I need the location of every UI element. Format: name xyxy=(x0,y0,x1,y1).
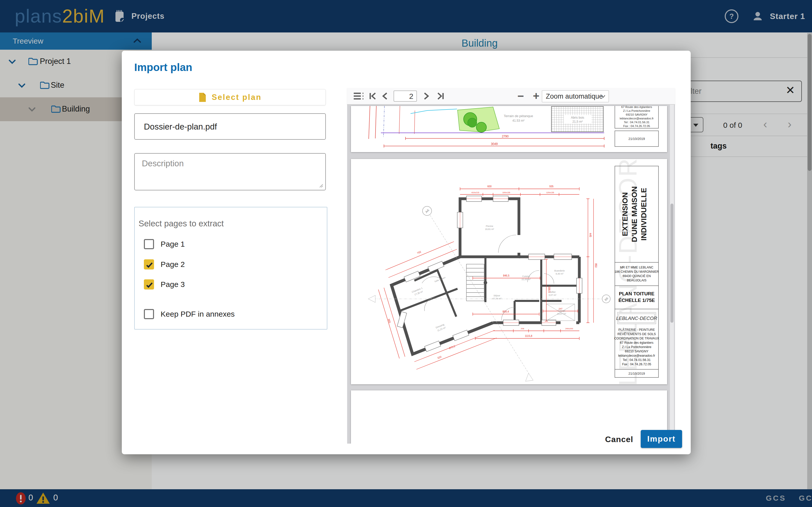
page2-title-block: LEBLANC-DECOR EXTENSION D'UNE MAISON IND… xyxy=(614,159,659,384)
svg-text:846,5: 846,5 xyxy=(503,274,509,277)
svg-text:69430 QUINCIÉ EN: 69430 QUINCIÉ EN xyxy=(622,274,651,278)
minus-icon: − xyxy=(517,90,524,102)
page-1-label: Page 1 xyxy=(161,239,185,249)
svg-text:BEAUJOLAIS: BEAUJOLAIS xyxy=(627,279,646,282)
last-page-button[interactable] xyxy=(436,88,445,104)
select-plan-button[interactable]: Select plan xyxy=(134,89,326,105)
import-plan-dialog: Import plan Select plan Select pages to … xyxy=(122,51,691,454)
pdf-viewer[interactable]: Terrain de pétanque 41.53 m² Abris bois … xyxy=(347,105,675,444)
floor-plan-drawing: 600 935 410x215 100x135 120x135 445 850 … xyxy=(351,159,667,384)
chevron-down-icon xyxy=(601,95,605,98)
svg-text:1115,8: 1115,8 xyxy=(525,335,532,337)
pages-panel-title: Select pages to extract xyxy=(139,219,224,228)
zoom-out-button[interactable]: − xyxy=(517,88,524,104)
dialog-title: Import plan xyxy=(134,61,192,73)
page-3-row: Page 3 xyxy=(122,279,315,289)
svg-text:206: 206 xyxy=(521,328,524,330)
import-label: Import xyxy=(647,434,676,444)
zoom-in-button[interactable]: + xyxy=(533,88,540,104)
svg-text:67 Route des églantiers: 67 Route des églantiers xyxy=(620,341,653,344)
plan-name-field[interactable] xyxy=(134,113,326,140)
description-field[interactable] xyxy=(134,153,326,190)
pdf-scrollbar-thumb[interactable] xyxy=(670,204,673,323)
svg-text:MR ET MME LEBLANC: MR ET MME LEBLANC xyxy=(620,266,653,269)
svg-text:PLAN TOITURE: PLAN TOITURE xyxy=(619,291,654,296)
page2-date: 21/10/2019 xyxy=(628,372,645,376)
svg-text:67 Route des églantiers: 67 Route des églantiers xyxy=(621,106,652,109)
svg-text:ÉCHELLE 1/75E: ÉCHELLE 1/75E xyxy=(618,298,655,303)
dimension-label: 3049 xyxy=(491,142,498,146)
pdf-scrollbar[interactable] xyxy=(670,105,674,444)
svg-text:Séjour: Séjour xyxy=(494,294,500,297)
svg-text:leblancdecor@wanadoo.fr: leblancdecor@wanadoo.fr xyxy=(618,354,655,357)
page-number-input[interactable] xyxy=(395,92,414,101)
page1-title-block: 67 Route des églantiers Z.I La Pontchonn… xyxy=(615,106,658,147)
plus-icon: + xyxy=(533,90,540,102)
keep-pdf-checkbox[interactable] xyxy=(144,309,154,319)
svg-text:Tel : 04.74.01.56.31: Tel : 04.74.01.56.31 xyxy=(623,358,651,362)
svg-text:Fax : 04.74.26.72.05: Fax : 04.74.26.72.05 xyxy=(622,362,651,366)
cancel-button[interactable]: Cancel xyxy=(603,432,636,446)
check-icon xyxy=(145,281,154,289)
svg-text:22,00 m²: 22,00 m² xyxy=(521,278,530,281)
page-3-checkbox[interactable] xyxy=(144,279,154,289)
zoom-mode-value: Zoom automatique xyxy=(546,93,603,100)
svg-text:320: 320 xyxy=(437,355,442,359)
svg-text:100x135: 100x135 xyxy=(502,191,510,194)
company-logo-text: LEBLANC-DECOR xyxy=(616,316,657,321)
svg-text:875,5: 875,5 xyxy=(449,345,456,350)
svg-text:Piscine: Piscine xyxy=(486,225,493,227)
pdf-page-2: 600 935 410x215 100x135 120x135 445 850 … xyxy=(351,159,667,384)
previous-page-button[interactable] xyxy=(382,88,388,104)
keep-pdf-label: Keep PDF in annexes xyxy=(161,309,235,319)
next-page-button[interactable] xyxy=(423,88,429,104)
resize-handle-icon[interactable] xyxy=(319,183,323,188)
toggle-sidebar-button[interactable] xyxy=(353,88,364,104)
svg-text:INDIVIDUELLE: INDIVIDUELLE xyxy=(640,188,648,240)
svg-text:19,81 m²: 19,81 m² xyxy=(485,228,494,230)
page-number-field[interactable] xyxy=(394,91,417,102)
svg-text:445: 445 xyxy=(589,233,592,237)
svg-text:REVÊTEMENTS DE SOLS: REVÊTEMENTS DE SOLS xyxy=(617,332,656,336)
page-2-label: Page 2 xyxy=(161,259,185,270)
svg-text:leblancdecor@wanadoo.fr: leblancdecor@wanadoo.fr xyxy=(620,117,654,120)
page-2-checkbox[interactable] xyxy=(144,259,154,270)
svg-text:Garage: Garage xyxy=(558,309,565,312)
svg-text:Buanderie: Buanderie xyxy=(554,270,565,272)
page-1-row: Page 1 xyxy=(122,239,315,249)
import-button[interactable]: Import xyxy=(641,430,682,448)
app-window: plans2biM Projects ? Starter 1 Treeview xyxy=(0,0,812,507)
svg-text:D'UNE MAISON: D'UNE MAISON xyxy=(630,186,639,242)
file-icon xyxy=(198,92,207,102)
page-3-label: Page 3 xyxy=(161,279,185,289)
first-page-button[interactable] xyxy=(369,88,377,104)
svg-text:905: 905 xyxy=(388,319,392,324)
site-plan-drawing: Terrain de pétanque 41.53 m² Abris bois … xyxy=(351,106,667,152)
svg-text:Z.I La Pontchonnière: Z.I La Pontchonnière xyxy=(623,109,650,112)
svg-text:702: 702 xyxy=(417,250,422,255)
terrain-label: Terrain de pétanque xyxy=(504,114,533,118)
svg-text:19,07 m²: 19,07 m² xyxy=(557,313,566,315)
svg-text:186 CHEMIN DU MARONNIER: 186 CHEMIN DU MARONNIER xyxy=(614,270,659,274)
svg-text:Z.I La Pontchonnière: Z.I La Pontchonnière xyxy=(622,345,651,349)
keep-pdf-row: Keep PDF in annexes xyxy=(122,309,315,319)
zoom-mode-select[interactable]: Zoom automatique xyxy=(542,90,609,102)
plan-name-input[interactable] xyxy=(143,116,319,138)
chevron-right-icon xyxy=(423,92,429,100)
svg-text:935: 935 xyxy=(549,185,554,188)
svg-text:850: 850 xyxy=(595,263,597,268)
room-labels: Piscine19,81 m² Séjour47,74 m² Cuisine22… xyxy=(411,225,566,332)
cancel-label: Cancel xyxy=(605,435,633,444)
select-plan-label: Select plan xyxy=(212,93,262,102)
description-input[interactable] xyxy=(141,158,320,186)
page-2-row: Page 2 xyxy=(122,259,315,270)
pdf-page-1: Terrain de pétanque 41.53 m² Abris bois … xyxy=(351,106,667,152)
dimension-label: 2790 xyxy=(502,134,509,138)
last-page-icon xyxy=(436,92,445,100)
terrain-area: 41.53 m² xyxy=(512,119,524,122)
svg-text:8,40 m²: 8,40 m² xyxy=(556,273,564,275)
svg-text:600: 600 xyxy=(488,185,492,188)
page-1-checkbox[interactable] xyxy=(144,239,154,249)
check-icon xyxy=(145,261,154,269)
svg-text:Cuisine: Cuisine xyxy=(522,275,530,278)
